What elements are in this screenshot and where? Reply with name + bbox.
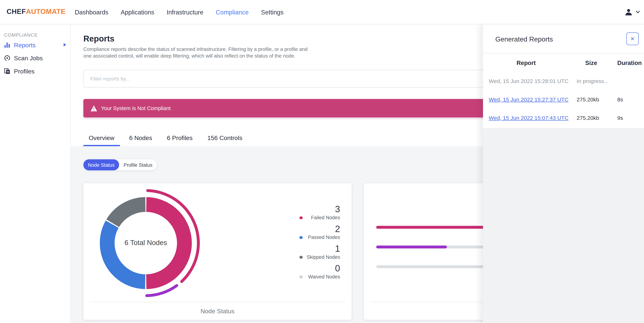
warning-icon <box>90 105 98 111</box>
sidebar-item-reports[interactable]: Reports <box>0 38 70 52</box>
card-footer: Node Status <box>90 302 345 320</box>
chevron-down-icon <box>636 11 640 14</box>
chef-automate-app: CHEFAUTOMATE Dashboards Applications Inf… <box>0 0 644 323</box>
logo-automate: AUTOMATE <box>26 8 66 16</box>
tab-controls[interactable]: 156 Controls <box>202 131 248 146</box>
table-row: Wed, 15 Jun 2022 15:27:37 UTC 275.20kb 8… <box>483 90 644 109</box>
toggle-profile-status[interactable]: Profile Status <box>119 159 157 170</box>
tab-overview[interactable]: Overview <box>84 131 120 146</box>
page-description: Compliance reports describe the status o… <box>84 46 308 59</box>
user-avatar-icon <box>624 8 633 16</box>
sidebar-item-profiles[interactable]: Profiles <box>0 64 70 78</box>
nav-dashboards[interactable]: Dashboards <box>75 9 108 16</box>
node-status-legend: 3 Failed Nodes 2 Passed Nodes 1 Skipped … <box>297 204 340 283</box>
sidebar-item-label: Reports <box>14 41 36 48</box>
sidebar-item-label: Scan Jobs <box>14 54 42 62</box>
skipped-dot-icon <box>300 256 302 259</box>
nav-applications[interactable]: Applications <box>121 9 154 16</box>
status-toggle: Node Status Profile Status <box>84 159 157 170</box>
close-icon: ✕ <box>630 36 634 42</box>
panel-title: Generated Reports <box>495 35 553 43</box>
documents-icon <box>4 68 10 74</box>
report-link[interactable]: Wed, 15 Jun 2022 15:07:43 UTC <box>489 115 568 121</box>
legend-item-skipped: 1 Skipped Nodes <box>297 244 340 260</box>
generated-reports-table-area: Generated Reports ✕ Report Size Duration… <box>483 24 644 128</box>
bar-chart-icon <box>4 42 10 48</box>
tab-nodes[interactable]: 6 Nodes <box>124 131 158 146</box>
legend-item-passed: 2 Passed Nodes <box>297 224 340 240</box>
generated-reports-panel: Generated Reports ✕ Report Size Duration… <box>483 24 644 323</box>
panel-header: Generated Reports ✕ <box>483 24 644 54</box>
tab-profiles[interactable]: 6 Profiles <box>162 131 198 146</box>
donut-center-label: 6 Total Nodes <box>84 239 208 247</box>
scan-target-icon <box>4 55 10 61</box>
page-title: Reports <box>84 34 114 44</box>
sidebar-section-label: COMPLIANCE <box>4 32 70 37</box>
node-status-card: 6 Total Nodes 3 Failed Nodes 2 Passed No… <box>84 183 352 320</box>
user-menu[interactable] <box>624 0 640 24</box>
table-row: Wed, 15 Jun 2022 15:07:43 UTC 275.20kb 9… <box>483 109 644 127</box>
legend-item-waived: 0 Waived Nodes <box>297 264 340 280</box>
sidebar-item-scan-jobs[interactable]: Scan Jobs <box>0 51 70 64</box>
top-navigation-bar: CHEFAUTOMATE Dashboards Applications Inf… <box>0 0 644 24</box>
toggle-node-status[interactable]: Node Status <box>84 159 119 170</box>
chef-automate-logo[interactable]: CHEFAUTOMATE <box>6 8 65 16</box>
primary-nav: Dashboards Applications Infrastructure C… <box>75 0 284 24</box>
compliance-sidebar: COMPLIANCE Reports Scan Jobs <box>0 24 70 323</box>
report-link[interactable]: Wed, 15 Jun 2022 15:27:37 UTC <box>489 96 568 103</box>
passed-dot-icon <box>300 236 302 239</box>
alert-text: Your System is Not Compliant <box>101 105 171 111</box>
failed-dot-icon <box>300 216 302 219</box>
nav-settings[interactable]: Settings <box>261 9 284 16</box>
report-tabs: Overview 6 Nodes 6 Profiles 156 Controls <box>84 131 248 146</box>
sidebar-item-label: Profiles <box>14 68 34 74</box>
chevron-right-icon <box>64 43 66 46</box>
legend-item-failed: 3 Failed Nodes <box>297 204 340 221</box>
nav-compliance[interactable]: Compliance <box>216 9 249 16</box>
table-row: Wed, 15 Jun 2022 15:28:01 UTC In progres… <box>483 72 644 90</box>
logo-chef: CHEF <box>6 8 26 16</box>
table-header: Report Size Duration <box>483 54 644 72</box>
close-panel-button[interactable]: ✕ <box>626 32 638 45</box>
waived-dot-icon <box>300 275 302 278</box>
nav-infrastructure[interactable]: Infrastructure <box>166 9 204 16</box>
